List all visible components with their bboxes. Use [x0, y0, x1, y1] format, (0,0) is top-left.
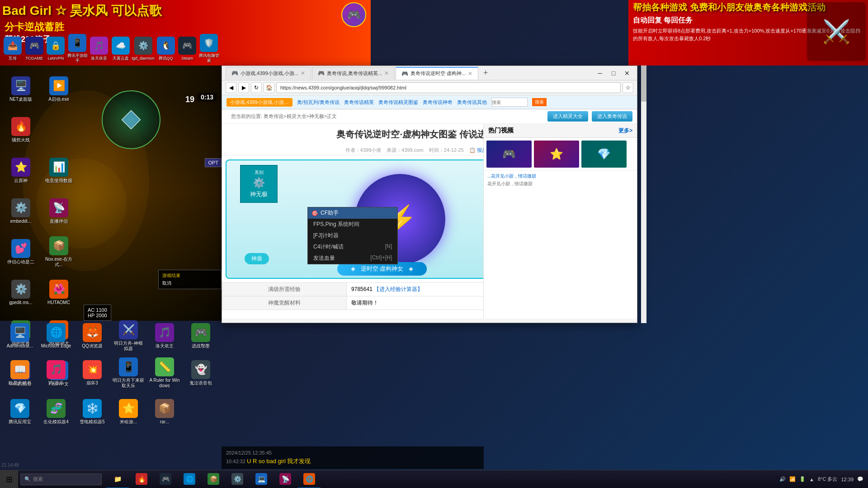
taskbar-search[interactable]: 🔍 搜索: [20, 474, 102, 485]
enter-elite-btn[interactable]: 进入精灵大全: [547, 111, 588, 122]
icon-tgd[interactable]: ⚙️ tgd_daemon: [132, 31, 155, 66]
start-button[interactable]: ⊞: [0, 470, 18, 488]
icon-ruler[interactable]: 📏 A Ruler for Windows: [147, 356, 182, 390]
taskbar-app-1[interactable]: 🔥: [130, 470, 153, 488]
site-search[interactable]: [491, 98, 528, 107]
nav-link-2[interactable]: 奥奇传说精英: [344, 99, 374, 106]
tab1-close[interactable]: ✕: [301, 70, 305, 76]
tab2-close[interactable]: ✕: [384, 70, 389, 76]
minimize-button[interactable]: ─: [594, 67, 606, 80]
icon-steam[interactable]: 🎮 Steam: [177, 31, 198, 66]
icon-companion[interactable]: 💕 伴侣心动是二: [2, 232, 39, 272]
icon-battles[interactable]: 🎮 进战鄂墨: [183, 319, 218, 353]
icon-hutao[interactable]: 🌺 HUTAOMC: [40, 272, 77, 312]
icon-snow-sim[interactable]: ❄️ 雪电模拟器5: [75, 397, 110, 427]
exp-calc-link[interactable]: 【进入经验计算器】: [374, 286, 423, 292]
video-thumb-2[interactable]: ⭐: [534, 156, 579, 168]
taskbar-app-7[interactable]: 📡: [274, 470, 297, 488]
qqbrowser-icon: 🦊: [83, 323, 102, 342]
tray-icon-4[interactable]: ▲: [809, 477, 814, 482]
icon-edge[interactable]: 🌐 Microsoft Edge: [38, 319, 74, 353]
tray-icon-3[interactable]: 🔋: [799, 476, 806, 482]
icon-fire-line[interactable]: 🔥 骚扰火线: [2, 110, 39, 150]
new-tab-button[interactable]: +: [479, 67, 492, 80]
icon-bio-sim[interactable]: 🧬 生化模拟器4: [38, 397, 74, 427]
thumb-1-img: 🎮: [486, 156, 532, 168]
back-button[interactable]: ◀: [226, 82, 236, 93]
icon-net-desktop[interactable]: 🖥️ NET桌面版: [2, 69, 39, 109]
icon-honkai[interactable]: 💥 崩坏3: [75, 356, 110, 390]
cf-blood-item[interactable]: 发送血量 [Ctrl]+[H]: [308, 253, 397, 264]
icon-qqbrowser[interactable]: 🦊 QQ浏览器: [75, 319, 110, 353]
icon-gpedit[interactable]: ⚙️ gpedit.ms...: [2, 272, 39, 312]
taskbar-app-6[interactable]: 💻: [250, 470, 273, 488]
icon-huchuan[interactable]: 📤 互传: [2, 31, 23, 66]
home-button[interactable]: 🏠: [264, 82, 274, 93]
notification-area[interactable]: 💬: [857, 476, 863, 482]
icon-live[interactable]: 📡 直播伴侣: [40, 191, 77, 231]
icon-genshin-cloud[interactable]: ⭐ 云原神: [2, 150, 39, 190]
icon-vv-music[interactable]: 🎵 VV音乐: [38, 356, 74, 390]
taskbar-browser-active[interactable]: 🌐: [298, 470, 321, 488]
forward-button[interactable]: ▶: [238, 82, 249, 93]
nav-link-3[interactable]: 奥奇传说精灵图鉴: [378, 99, 418, 106]
icon-stats[interactable]: 📊 电竞使用数据: [40, 150, 77, 190]
nav-link-1[interactable]: 奥/拍瓦列/奥奇传说: [297, 99, 340, 106]
maximize-button[interactable]: □: [607, 67, 620, 80]
video-thumb-1[interactable]: 🎮: [486, 156, 532, 168]
nav-link-4[interactable]: 奥奇传说神奇: [423, 99, 453, 106]
browser-tab-3[interactable]: 🎮 奥奇传说逆时空·虚构神... ✕: [396, 67, 478, 80]
cf-c4-item[interactable]: C4计时/喊话 [N]: [308, 241, 397, 253]
icon-ghost-voice[interactable]: 👻 鬼泣语音包: [183, 356, 218, 390]
chat-messages: 2024/12/25 12:35:45 10:42:32 U R so bad …: [222, 446, 484, 469]
icon-tencent-game[interactable]: 📱 腾讯手游助手: [67, 31, 88, 66]
enter-aoqi-btn[interactable]: 进入奥奇传说: [592, 111, 632, 122]
icon-nox[interactable]: 📦 Nox.exe-在方式...: [40, 232, 77, 272]
address-bar[interactable]: [276, 82, 621, 93]
scroll-thumb[interactable]: [641, 66, 646, 102]
icon-qq[interactable]: 🐧 腾讯QQ: [156, 31, 176, 66]
nav-link-5[interactable]: 奥奇传说其他: [457, 99, 487, 106]
comment-text: 花开见小甜，情话微甜: [487, 181, 633, 187]
icon-tianyiyun[interactable]: ☁️ 天翼云盘: [110, 31, 131, 66]
icon-letsvpn[interactable]: 🔒 LetsVPN: [46, 31, 66, 66]
taskbar-app-4[interactable]: 📦: [202, 470, 225, 488]
icon-admin[interactable]: 🖥️ Administrat...: [2, 319, 38, 353]
icon-luotianyi[interactable]: 🎵 洛天依音: [89, 31, 109, 66]
clock[interactable]: 12:39: [841, 477, 854, 482]
close-button[interactable]: ✕: [621, 67, 633, 80]
tgd-icon: ⚙️: [134, 37, 152, 55]
gpedit-label: gpedit.ms...: [9, 300, 33, 305]
bookmark-button[interactable]: ☆: [623, 82, 633, 93]
icon-tencent-manager[interactable]: 🛡️ 腾讯电脑管家: [198, 31, 219, 66]
browser-tab-1[interactable]: 🎮 小游戏,4399小游戏,小游... ✕: [226, 67, 311, 80]
icon-ostars[interactable]: 📖 欧星天赋书: [2, 356, 38, 390]
taskbar-app-2[interactable]: 🎮: [154, 470, 177, 488]
icon-mihoyo[interactable]: ⭐ 米哈游...: [111, 397, 146, 427]
tray-icon-1[interactable]: 🔊: [779, 476, 786, 482]
icon-arknights[interactable]: ⚔️ 明日方舟-神模拟器: [111, 319, 146, 353]
video-thumbs: 🎮 ⭐ 💎: [484, 156, 637, 170]
tab3-close[interactable]: ✕: [468, 70, 472, 77]
site-search-btn[interactable]: 搜索: [532, 98, 547, 106]
icon-tcgame[interactable]: 🎮 TCGAME: [24, 31, 45, 66]
browser-tab-2[interactable]: 🎮 奥奇传说,奥奇传说精英... ✕: [312, 67, 395, 80]
scroll-indicator[interactable]: [641, 66, 646, 323]
icon-arknights2[interactable]: 📱 明日方舟下来获取天乐: [111, 356, 146, 390]
icon-luotianyi2[interactable]: 🎵 洛天依主: [147, 319, 182, 353]
banner-title: Bad Girl ☆ 昊水风 可以点歌: [2, 2, 162, 19]
icon-start-exe[interactable]: ▶️ A启动.exe: [40, 69, 77, 109]
tray-icon-2[interactable]: 📶: [789, 476, 796, 482]
tencent-app-label: 腾讯应用宝: [9, 419, 31, 425]
cf-fps-item[interactable]: FPS,Ping 系统时间: [308, 219, 397, 230]
video-thumb-3[interactable]: 💎: [581, 156, 627, 168]
icon-embed[interactable]: ⚙️ embeddi...: [2, 191, 39, 231]
icon-rar[interactable]: 📦 rar...: [147, 397, 182, 427]
refresh-button[interactable]: ↻: [251, 82, 262, 93]
taskbar-app-3[interactable]: 🌐: [178, 470, 201, 488]
admin-icon: 🖥️: [10, 323, 29, 342]
cf-timer-item[interactable]: [FJ]计时器: [308, 230, 397, 241]
taskbar-app-5[interactable]: ⚙️: [226, 470, 249, 488]
icon-tencent-app[interactable]: 💎 腾讯应用宝: [2, 397, 38, 427]
taskbar-file-explorer[interactable]: 📁: [106, 470, 129, 488]
